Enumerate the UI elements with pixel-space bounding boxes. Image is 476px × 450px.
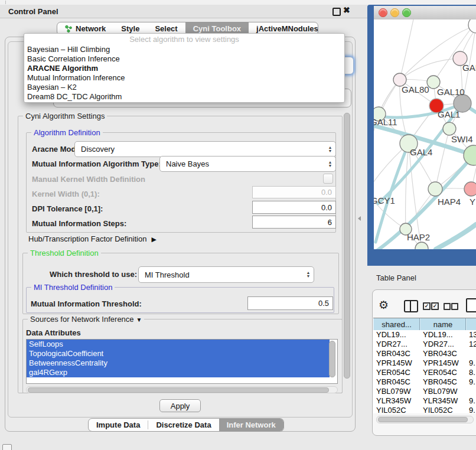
- list-vertical-scrollbar[interactable]: [329, 341, 335, 377]
- algorithm-option[interactable]: Dream8 DC_TDC Algorithm: [24, 92, 344, 102]
- expand-right-icon: ▶: [151, 236, 156, 243]
- tab-jactivemnodules-label: jActiveMNodules: [256, 24, 318, 33]
- column-header-shared-name[interactable]: shared...: [373, 318, 420, 330]
- close-traffic-light[interactable]: [379, 8, 387, 17]
- unchecked-box-icon[interactable]: [444, 303, 451, 310]
- threshold-definition-title: Threshold Definition: [28, 249, 101, 257]
- which-threshold-value: MI Threshold: [139, 270, 303, 279]
- hub-definition-expander[interactable]: Hub/Transcription Factor Definition▶: [28, 234, 157, 243]
- node-label: GAL1: [438, 109, 460, 119]
- kernel-width-field[interactable]: 0.0: [252, 186, 336, 198]
- dpi-tolerance-field[interactable]: 0.0: [252, 201, 336, 214]
- table-row[interactable]: YPR145WYPR145W9.: [373, 358, 476, 368]
- table-horizontal-scrollbar[interactable]: [376, 416, 474, 423]
- node-hap4[interactable]: [428, 182, 442, 196]
- cyni-algorithm-settings-title: Cyni Algorithm Settings: [23, 112, 107, 120]
- algorithm-dropdown-popup: Select algorithm to view settings Bayesi…: [24, 33, 345, 103]
- list-horizontal-scrollbar[interactable]: [26, 386, 338, 393]
- which-threshold-label: Which threshold to use:: [50, 270, 137, 279]
- manual-kernel-label: Manual Kernel Width Definition: [32, 175, 145, 184]
- node-salmon[interactable]: [464, 182, 476, 196]
- tab-discretize-data-label: Discretize Data: [156, 420, 211, 429]
- app-root: { "icons": { "close": "✖", "gear": "⚙", …: [0, 0, 476, 450]
- table-row[interactable]: YLR345WYLR345W9.: [373, 396, 476, 406]
- table-row[interactable]: YDL19...YDL19...13: [373, 330, 476, 340]
- combo-arrows-icon: ▲▼: [325, 161, 335, 168]
- columns-icon[interactable]: [404, 300, 418, 312]
- unchecked-box-icon[interactable]: [451, 303, 458, 310]
- mi-type-combobox[interactable]: Naive Bayes ▲▼: [159, 156, 336, 172]
- algorithm-option[interactable]: Basic Correlation Inference: [24, 54, 344, 64]
- node-unlabeled[interactable]: [443, 122, 456, 135]
- tab-infer-network-label: Infer Network: [227, 420, 276, 429]
- table-row[interactable]: YER054CYER054C8.: [373, 368, 476, 377]
- checked-box-icon[interactable]: ✓: [431, 302, 439, 310]
- list-item[interactable]: gal4RGexp: [27, 368, 330, 377]
- mi-type-value: Naive Bayes: [160, 159, 325, 168]
- scrollbar-thumb[interactable]: [344, 113, 350, 379]
- list-item[interactable]: SelfLoops: [27, 340, 330, 349]
- node-label: GAL80: [402, 84, 429, 94]
- top-strip: [0, 0, 476, 5]
- sources-title[interactable]: Sources for Network Inference▼: [28, 315, 144, 324]
- network-graph: GAL GAL80 GAL10 GAL1 GAL11 GAL4 SWI4 HAP…: [374, 19, 476, 249]
- node-label: SWI4: [451, 134, 473, 144]
- tab-style-label: Style: [121, 24, 139, 33]
- column-header-partial[interactable]: A: [466, 318, 476, 330]
- node-label: Y: [470, 197, 475, 207]
- mi-steps-label: Mutual Information Steps:: [32, 219, 126, 228]
- minimize-traffic-light[interactable]: [390, 8, 399, 17]
- node-label: GAL10: [437, 87, 465, 97]
- checked-box-icon[interactable]: ✓: [423, 302, 431, 310]
- list-item[interactable]: BetweennessCentrality: [27, 358, 330, 368]
- table-row[interactable]: YBR043CYBR043C: [373, 349, 476, 358]
- node-label: HAP2: [407, 232, 430, 242]
- column-header-name[interactable]: name: [420, 318, 466, 330]
- which-threshold-combobox[interactable]: MI Threshold ▲▼: [138, 266, 314, 283]
- aracne-mode-combobox[interactable]: Discovery ▲▼: [74, 141, 336, 157]
- mi-threshold-label: Mutual Information Threshold:: [31, 299, 142, 308]
- algorithm-option-selected[interactable]: ARACNE Algorithm: [24, 64, 344, 73]
- popup-hint: Select algorithm to view settings: [24, 34, 344, 45]
- tab-impute-data-label: Impute Data: [96, 420, 140, 429]
- export-table-icon[interactable]: [466, 298, 476, 312]
- table-panel-title: Table Panel: [376, 273, 416, 282]
- algorithm-option[interactable]: Bayesian – Hill Climbing: [24, 45, 344, 54]
- manual-kernel-checkbox[interactable]: [323, 174, 333, 184]
- bottom-tabbar: Impute Data Discretize Data Infer Networ…: [88, 418, 284, 432]
- gear-icon[interactable]: ⚙: [379, 298, 389, 312]
- algorithm-option[interactable]: Mutual Information Inference: [24, 73, 344, 83]
- float-window-icon[interactable]: [332, 8, 341, 16]
- hub-definition-label: Hub/Transcription Factor Definition: [28, 234, 146, 243]
- network-window-titlebar[interactable]: [374, 6, 476, 20]
- tab-cyni-toolbox-label: Cyni Toolbox: [193, 24, 241, 33]
- mi-steps-field[interactable]: 6: [252, 216, 336, 229]
- mi-threshold-field[interactable]: 0.5: [247, 296, 333, 310]
- list-item[interactable]: TopologicalCoefficient: [27, 349, 330, 358]
- network-canvas[interactable]: GAL GAL80 GAL10 GAL1 GAL11 GAL4 SWI4 HAP…: [374, 19, 476, 249]
- collapse-down-icon: ▼: [136, 317, 142, 323]
- table-body: YDL19...YDL19...13 YDR27...YDR27...12 YB…: [373, 330, 476, 413]
- zoom-traffic-light[interactable]: [402, 8, 411, 17]
- table-row[interactable]: YBR045CYBR045C9.: [373, 377, 476, 387]
- settings-vertical-scrollbar[interactable]: [343, 111, 350, 391]
- data-attributes-listbox: SelfLoops TopologicalCoefficient Between…: [26, 339, 338, 384]
- apply-button[interactable]: Apply: [159, 399, 201, 412]
- splitter-arrow-icon[interactable]: [358, 216, 361, 221]
- node-label: GAL: [462, 63, 476, 73]
- table-row[interactable]: YDR27...YDR27...12: [373, 340, 476, 349]
- algorithm-option[interactable]: Bayesian – K2: [24, 83, 344, 92]
- tab-impute-data[interactable]: Impute Data: [89, 419, 148, 431]
- network-icon: [65, 25, 72, 32]
- tab-discretize-data[interactable]: Discretize Data: [148, 419, 219, 431]
- table-row[interactable]: YIL052CYIL052C9.: [373, 406, 476, 413]
- collapsed-panel-icon[interactable]: [2, 444, 12, 450]
- combo-arrows-icon: ▲▼: [303, 271, 314, 278]
- tab-infer-network[interactable]: Infer Network: [219, 419, 283, 431]
- dpi-tolerance-label: DPI Tolerance [0,1]:: [32, 204, 103, 213]
- node-label: GCY1: [374, 195, 395, 206]
- panel-title: Control Panel: [8, 7, 58, 16]
- close-icon[interactable]: ✖: [343, 5, 350, 15]
- table-row[interactable]: YBL079WYBL079W: [373, 387, 476, 396]
- data-attributes-label: Data Attributes: [26, 328, 81, 337]
